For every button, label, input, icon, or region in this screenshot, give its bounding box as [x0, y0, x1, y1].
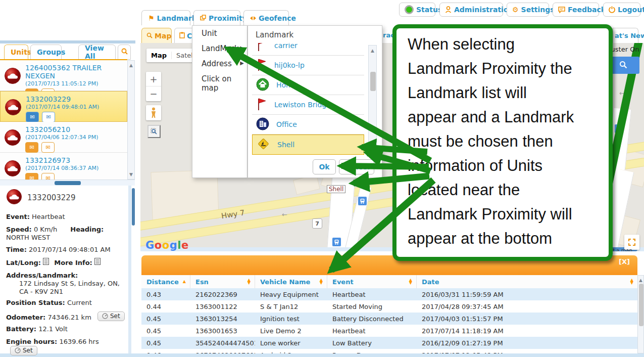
- moreinfo-note-icon[interactable]: [94, 259, 101, 266]
- view-all-button[interactable]: View All: [78, 44, 116, 60]
- table-row[interactable]: 0.451363001653Live Demo 2Heartbeat2017/0…: [141, 325, 637, 337]
- tab-geofence[interactable]: Geofence: [243, 10, 289, 25]
- landmark-name: Office: [276, 120, 297, 128]
- landmark-list: carrierhij0ko-lpHomeLewiston BridgeOffic…: [252, 43, 364, 155]
- unit-list-hscroll-thumb[interactable]: [55, 181, 81, 185]
- scroll-up-icon[interactable]: ▲: [128, 63, 134, 68]
- unit-list-hscrollbar[interactable]: [0, 180, 135, 186]
- tab-proximity-label: Proximity: [209, 14, 247, 22]
- tab-landmarks[interactable]: ⚑ Landmarks: [141, 10, 190, 25]
- report-map-error-fragment[interactable]: ort a map error: [608, 248, 644, 251]
- scroll-up-icon[interactable]: ▲: [638, 278, 643, 283]
- scroll-up-icon[interactable]: ▲: [369, 48, 376, 53]
- engine-hours-set-button[interactable]: Set: [10, 346, 37, 355]
- unit-details-panel: 1332003229 Event: Heartbeat Speed: 0 Km/…: [0, 186, 131, 353]
- cancel-button[interactable]: Cancel: [339, 159, 374, 174]
- table-cell: 2017/07/14 11:18:19 AM: [417, 327, 637, 335]
- sidebar-tab-units[interactable]: Units: [4, 44, 28, 60]
- area-zoom-icon[interactable]: [147, 125, 161, 138]
- table-cell: S & T Jan12: [255, 303, 327, 310]
- tab-proximity[interactable]: Proximity: [193, 10, 240, 25]
- results-scrollbar[interactable]: ▲: [637, 275, 644, 353]
- mail-icon[interactable]: ✉: [41, 173, 55, 180]
- landmark-list-scrollbar[interactable]: ▲: [368, 45, 377, 153]
- latlong-note-icon[interactable]: [43, 259, 49, 266]
- status-button[interactable]: Status: [399, 3, 435, 17]
- ok-button[interactable]: Ok: [313, 159, 336, 174]
- column-header-esn[interactable]: Esn▲▼: [190, 275, 255, 288]
- landmark-item-carrier[interactable]: carrier: [252, 43, 364, 56]
- unit-last-report-time: (2017/04/06 12:07:34 PM): [25, 134, 127, 141]
- logout-button[interactable]: Logout: [603, 3, 640, 17]
- message-icon[interactable]: ✉: [25, 142, 38, 153]
- table-row[interactable]: 0.46867074020007605Android 2Person Down2…: [141, 349, 637, 353]
- google-logo: Google: [145, 239, 189, 251]
- close-results-link[interactable]: [X]: [619, 258, 630, 265]
- landmark-item-home[interactable]: Home: [252, 75, 364, 95]
- unit-list-item[interactable]: 1332126973(2017/07/14 08:36:37 AM)✉✉: [0, 153, 127, 180]
- odometer-set-button[interactable]: Set: [97, 311, 125, 321]
- search-icon: [121, 48, 128, 56]
- landmark-item-office[interactable]: Office: [252, 115, 364, 135]
- administration-button[interactable]: Administration: [439, 3, 503, 17]
- table-row[interactable]: 0.432162022369Heavy EquipmentHeartbeat20…: [141, 288, 637, 300]
- message-icon[interactable]: ✉: [25, 173, 38, 180]
- position-status-label: Position Status:: [6, 299, 65, 306]
- landmark-item-hij0ko-lp[interactable]: hij0ko-lp: [252, 56, 364, 75]
- cluster-on-label-fragment[interactable]: luster On: [609, 46, 639, 53]
- table-cell: 2016/03/31 11:59:59 AM: [417, 291, 637, 298]
- table-cell: Low Battery: [327, 339, 417, 347]
- table-cell: Heartbeat: [327, 291, 417, 298]
- mail-icon[interactable]: ✉: [41, 142, 55, 153]
- results-table-body: 0.432162022369Heavy EquipmentHeartbeat20…: [141, 288, 637, 353]
- table-cell: 0.43: [141, 291, 190, 298]
- speed-value: 0 Km/h: [34, 226, 57, 233]
- column-header-event[interactable]: Event▲▼: [327, 275, 417, 288]
- column-header-distance[interactable]: Distance▲: [141, 275, 190, 288]
- table-cell: 2017/04/28 09:37:45 AM: [417, 303, 637, 310]
- column-header-date[interactable]: Date▲▼: [417, 275, 637, 288]
- tab-whats-new-partial[interactable]: at's New: [613, 28, 638, 43]
- sidebar-tab-groups[interactable]: Groups: [30, 44, 62, 60]
- details-scroll-thumb[interactable]: [132, 188, 135, 226]
- menu-item-address[interactable]: Address▶: [192, 56, 247, 71]
- table-cell: 0.44: [141, 303, 190, 310]
- table-row[interactable]: 0.441363001122S & T Jan12Started Moving2…: [141, 300, 637, 313]
- landmark-item-lewiston-bridge[interactable]: Lewiston Bridge: [252, 95, 364, 115]
- table-row[interactable]: 0.451363013254Ignition testBattery Disco…: [141, 313, 637, 325]
- settings-button[interactable]: ⚙ Settings: [507, 3, 549, 17]
- vehicle-header-label: Vehicle Name: [260, 278, 310, 286]
- column-header-vehicle[interactable]: Vehicle Name▲▼: [255, 275, 327, 288]
- feedback-button[interactable]: Feedback: [553, 3, 599, 17]
- zoom-out-button[interactable]: −: [146, 86, 161, 101]
- cancel-label: Cancel: [343, 163, 370, 171]
- landmark-scroll-thumb[interactable]: [370, 72, 376, 91]
- sidebar-search-button[interactable]: [118, 44, 131, 60]
- map-type-map[interactable]: Map: [146, 52, 171, 59]
- unit-list-item[interactable]: 1332003229(2017/07/14 09:48:01 AM)✉✉: [0, 91, 127, 122]
- unit-list-item[interactable]: 1264005362 TRAILER NEXGEN(2017/07/13 11:…: [0, 60, 127, 91]
- unit-name: 1332126973: [25, 156, 127, 164]
- mail-icon[interactable]: ✉: [42, 112, 55, 122]
- address-value: 172 Lindsay St S, Lindsay, ON, CA - K9V …: [6, 280, 126, 296]
- menu-item-landmark[interactable]: LandMark▶: [192, 41, 247, 56]
- landmark-item-shell[interactable]: Shell: [252, 135, 364, 155]
- scroll-down-icon[interactable]: ▼: [128, 172, 134, 177]
- pegman-icon[interactable]: [146, 105, 161, 120]
- menu-item-unit[interactable]: Unit: [192, 26, 247, 41]
- message-icon[interactable]: ✉: [26, 112, 39, 122]
- unit-list: 1264005362 TRAILER NEXGEN(2017/07/13 11:…: [0, 60, 127, 180]
- submenu-arrow-icon: ▶: [240, 45, 244, 51]
- unit-list-scrollbar[interactable]: ▲ ▼: [127, 60, 135, 180]
- menu-item-click-on-map[interactable]: Click on map: [192, 71, 247, 96]
- unit-name: 1264005362 TRAILER NEXGEN: [25, 64, 127, 80]
- zoom-in-button[interactable]: +: [146, 72, 161, 86]
- event-value: Heartbeat: [32, 213, 65, 220]
- moreinfo-label: More Info:: [54, 259, 92, 266]
- results-scroll-thumb[interactable]: [639, 284, 643, 326]
- landmark-name: Home: [276, 81, 297, 89]
- magnifier-icon: [146, 32, 153, 40]
- table-row[interactable]: 0.45354524044474501Lone workerLow Batter…: [141, 337, 637, 349]
- tab-map[interactable]: Map: [141, 28, 172, 43]
- unit-list-item[interactable]: 1332056210(2017/04/06 12:07:34 PM)✉✉: [0, 122, 127, 153]
